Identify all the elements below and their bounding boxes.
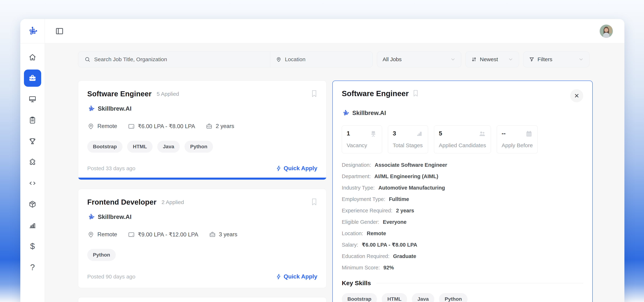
bookmark-icon	[413, 90, 418, 97]
calendar-icon	[525, 130, 533, 138]
home-icon	[28, 53, 37, 61]
wallet-icon	[128, 231, 135, 238]
sidebar-item-puzzle[interactable]	[24, 153, 41, 171]
location-field[interactable]	[270, 52, 372, 67]
quick-apply-button[interactable]: Quick Apply	[276, 273, 317, 280]
skill-tag: Bootstrap	[342, 293, 377, 302]
company-logo-icon	[87, 105, 95, 112]
field-designation: Designation:Associate Software Engineer	[342, 161, 583, 168]
sort-dropdown[interactable]: Newest	[466, 51, 519, 67]
skill-tag: Python	[439, 293, 468, 302]
sidebar-item-jobs[interactable]	[24, 70, 41, 87]
cube-icon	[28, 200, 37, 208]
detail-fields: Designation:Associate Software Engineer …	[342, 161, 583, 271]
bookmark-button[interactable]	[311, 90, 317, 97]
lightning-bolt-icon	[276, 274, 281, 280]
divider	[376, 283, 583, 283]
close-panel-button[interactable]: ✕	[570, 89, 583, 102]
field-experience-required: Experience Required:2 years	[342, 207, 583, 214]
job-salary: ₹9.00 LPA - ₹12.00 LPA	[128, 231, 198, 238]
bookmark-button[interactable]	[413, 90, 418, 97]
search-field[interactable]	[78, 52, 270, 67]
job-card-software-engineer[interactable]: Software Engineer 5 Applied Skillbrew.AI	[78, 81, 326, 180]
all-jobs-label: All Jobs	[382, 56, 402, 62]
selected-indicator	[78, 178, 326, 180]
job-card-frontend-developer[interactable]: Frontend Developer 2 Applied Skillbrew.A…	[78, 189, 326, 288]
sidebar-item-code[interactable]	[24, 174, 41, 192]
bookmark-icon	[311, 198, 317, 206]
stat-vacancy: 1 Vacancy	[342, 126, 382, 153]
user-avatar-image	[600, 25, 613, 38]
stat-applied-candidates: 5 Applied Candidates	[434, 126, 491, 153]
bookmark-button[interactable]	[311, 198, 317, 206]
main-area: All Jobs Newest	[45, 43, 624, 302]
help-icon: ?	[30, 263, 35, 271]
all-jobs-dropdown[interactable]: All Jobs	[377, 51, 461, 67]
company-logo-icon	[342, 109, 350, 117]
detail-stats: 1 Vacancy	[342, 126, 583, 153]
job-experience: 3 years	[209, 231, 238, 238]
chevron-down-icon	[578, 57, 584, 62]
code-icon	[28, 179, 37, 187]
filters-label: Filters	[538, 56, 552, 62]
sidebar-item-help[interactable]: ?	[24, 259, 41, 276]
sidebar-item-packages[interactable]	[24, 195, 41, 213]
brand-logo[interactable]	[20, 19, 45, 43]
job-title: Software Engineer	[87, 90, 152, 98]
sidebar-item-payments[interactable]: $	[24, 238, 41, 255]
company-name: Skillbrew.AI	[98, 213, 132, 220]
job-card-partial[interactable]	[78, 297, 326, 302]
quick-apply-button[interactable]: Quick Apply	[276, 165, 317, 172]
skill-tag: HTML	[127, 141, 152, 153]
detail-skill-tags: Bootstrap HTML Java Python	[342, 293, 583, 302]
top-bar	[20, 19, 624, 43]
body-row: $ ?	[20, 43, 624, 302]
applied-count: 5 Applied	[157, 91, 179, 97]
wallet-icon	[128, 123, 135, 130]
field-department: Department:AI/ML Engineering (AIML)	[342, 173, 583, 180]
map-pin-icon	[276, 56, 282, 63]
detail-company-row: Skillbrew.AI	[342, 109, 583, 117]
skill-tag: Python	[184, 141, 213, 153]
skill-tag: Java	[157, 141, 180, 153]
sidebar-item-monitor[interactable]	[24, 91, 41, 108]
job-list: Software Engineer 5 Applied Skillbrew.AI	[78, 81, 326, 302]
skill-tag: Java	[412, 293, 434, 302]
posted-date: Posted 90 days ago	[87, 274, 135, 280]
search-input[interactable]	[94, 56, 264, 62]
detail-company-name: Skillbrew.AI	[352, 110, 386, 116]
skill-tag: Bootstrap	[87, 141, 122, 153]
sidebar-item-trophy[interactable]	[24, 133, 41, 150]
sidebar-item-home[interactable]	[24, 48, 41, 66]
field-minimum-score: Minimum Score:92%	[342, 264, 583, 271]
location-input[interactable]	[285, 56, 367, 62]
detail-job-title: Software Engineer	[342, 89, 409, 98]
clipboard-icon	[28, 116, 37, 124]
job-title: Frontend Developer	[87, 198, 156, 206]
pinwheel-logo-icon	[27, 25, 38, 37]
sidebar-item-clipboard[interactable]	[24, 112, 41, 129]
sort-arrows-icon	[471, 56, 477, 62]
filters-dropdown[interactable]: Filters	[523, 51, 590, 67]
chevron-down-icon	[508, 57, 514, 62]
job-salary: ₹6.00 LPA - ₹8.00 LPA	[128, 123, 195, 130]
field-industry-type: Industry Type:Automotive Manufacturing	[342, 184, 583, 191]
sidebar-item-analytics[interactable]	[24, 217, 41, 234]
user-avatar[interactable]	[599, 24, 613, 38]
skill-tag: HTML	[382, 293, 407, 302]
people-icon	[478, 130, 486, 138]
map-pin-icon	[87, 123, 94, 130]
field-salary: Salary:₹6.00 LPA - ₹8.00 LPA	[342, 241, 583, 248]
stat-total-stages: 3 Total Stages	[388, 126, 428, 153]
stat-apply-before: -- Apply Before	[497, 126, 538, 153]
sidebar-toggle-button[interactable]	[55, 26, 64, 36]
briefcase-small-icon	[206, 123, 213, 130]
trophy-icon	[28, 137, 37, 146]
lightning-bolt-icon	[276, 165, 281, 171]
job-location: Remote	[87, 123, 117, 130]
key-skills-heading: Key Skills	[342, 280, 371, 287]
office-chair-icon	[370, 130, 377, 138]
key-skills-section: Key Skills	[342, 280, 583, 287]
job-location: Remote	[87, 231, 117, 238]
stages-stairs-icon	[416, 130, 423, 138]
